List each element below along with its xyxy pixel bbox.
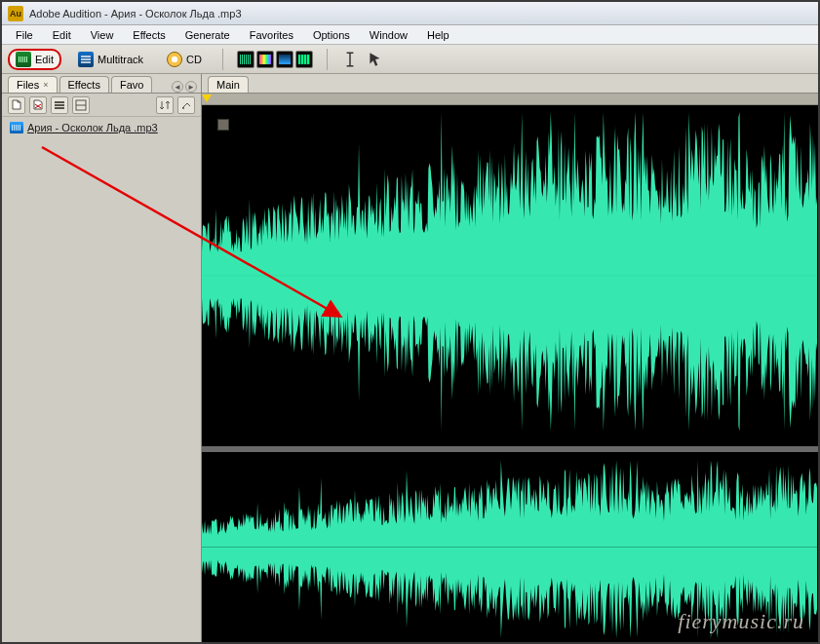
close-icon[interactable]: × bbox=[43, 80, 48, 90]
timeline-ruler[interactable] bbox=[202, 94, 818, 105]
multitrack-icon bbox=[78, 52, 94, 67]
window-title: Adobe Audition - Ария - Осколок Льда .mp… bbox=[29, 8, 242, 19]
menu-options[interactable]: Options bbox=[305, 27, 358, 43]
workspace: Files × Effects Favo ◄ ► bbox=[2, 74, 818, 642]
ibeam-tool-icon[interactable] bbox=[341, 51, 359, 68]
close-file-icon[interactable] bbox=[29, 96, 47, 114]
mode-cd-button[interactable]: CD bbox=[160, 49, 209, 70]
files-toolbar bbox=[2, 94, 201, 117]
options-icon[interactable] bbox=[177, 96, 195, 114]
menu-view[interactable]: View bbox=[83, 27, 122, 43]
tab-scroll-left-icon[interactable]: ◄ bbox=[172, 81, 183, 93]
menu-bar: File Edit View Effects Generate Favorite… bbox=[2, 25, 818, 45]
tab-favorites[interactable]: Favo bbox=[111, 76, 152, 93]
tab-scroll-right-icon[interactable]: ► bbox=[185, 81, 197, 93]
tab-effects-label: Effects bbox=[68, 79, 100, 91]
edit-file-icon[interactable] bbox=[72, 96, 90, 114]
tab-effects[interactable]: Effects bbox=[59, 76, 109, 93]
menu-edit[interactable]: Edit bbox=[45, 27, 79, 43]
mode-toolbar: Edit Multitrack CD bbox=[2, 45, 818, 74]
app-window: Au Adobe Audition - Ария - Осколок Льда … bbox=[0, 0, 820, 644]
view-spectral-frequency-icon[interactable] bbox=[256, 51, 274, 68]
view-spectral-phase-icon[interactable] bbox=[295, 51, 313, 68]
file-list-item[interactable]: Ария - Осколок Льда .mp3 bbox=[8, 121, 195, 134]
waveform-channel-left[interactable] bbox=[202, 105, 818, 446]
file-list: Ария - Осколок Льда .mp3 bbox=[2, 117, 201, 642]
pointer-tool-icon[interactable] bbox=[367, 51, 384, 68]
title-bar: Au Adobe Audition - Ария - Осколок Льда … bbox=[2, 2, 818, 25]
tab-favorites-label: Favo bbox=[120, 79, 143, 91]
mode-edit-button[interactable]: Edit bbox=[8, 49, 61, 70]
tab-main[interactable]: Main bbox=[208, 76, 249, 93]
waveform-display[interactable]: fierymusic.ru bbox=[202, 105, 818, 642]
view-waveform-icon[interactable] bbox=[237, 51, 254, 68]
tab-nav-arrows: ◄ ► bbox=[172, 81, 197, 93]
menu-file[interactable]: File bbox=[8, 27, 41, 43]
mode-edit-label: Edit bbox=[35, 54, 54, 65]
main-panel: Main fierymusic.ru bbox=[202, 74, 818, 642]
tab-files[interactable]: Files × bbox=[8, 76, 58, 93]
svg-rect-0 bbox=[55, 101, 64, 103]
toolbar-separator bbox=[222, 49, 223, 70]
channel-handle-icon[interactable] bbox=[217, 119, 229, 131]
view-icons-group bbox=[237, 51, 313, 68]
cd-icon bbox=[167, 52, 182, 67]
import-file-icon[interactable] bbox=[8, 96, 25, 114]
svg-point-4 bbox=[182, 107, 184, 109]
watermark-text: fierymusic.ru bbox=[678, 609, 804, 634]
left-panel: Files × Effects Favo ◄ ► bbox=[2, 74, 202, 642]
menu-window[interactable]: Window bbox=[362, 27, 415, 43]
menu-favorites[interactable]: Favorites bbox=[242, 27, 301, 43]
menu-effects[interactable]: Effects bbox=[125, 27, 173, 43]
svg-rect-2 bbox=[55, 107, 64, 109]
svg-rect-1 bbox=[55, 104, 64, 106]
mode-cd-label: CD bbox=[186, 54, 202, 65]
insert-multitrack-icon[interactable] bbox=[51, 96, 68, 114]
menu-generate[interactable]: Generate bbox=[177, 27, 238, 43]
mode-multitrack-button[interactable]: Multitrack bbox=[71, 49, 150, 70]
mode-multitrack-label: Multitrack bbox=[98, 54, 143, 65]
main-panel-tabs: Main bbox=[202, 74, 818, 94]
view-spectral-pan-icon[interactable] bbox=[276, 51, 293, 68]
cursor-tools bbox=[341, 51, 384, 68]
audio-file-icon bbox=[10, 122, 23, 133]
tab-main-label: Main bbox=[216, 79, 240, 91]
app-icon: Au bbox=[8, 6, 23, 21]
playhead-marker-icon[interactable] bbox=[202, 95, 212, 102]
file-name-label: Ария - Осколок Льда .mp3 bbox=[27, 122, 158, 133]
left-panel-tabs: Files × Effects Favo ◄ ► bbox=[2, 74, 201, 94]
tab-files-label: Files bbox=[17, 79, 39, 91]
waveform-icon bbox=[16, 52, 31, 67]
menu-help[interactable]: Help bbox=[419, 27, 457, 43]
sort-icon[interactable] bbox=[156, 96, 174, 114]
toolbar-separator bbox=[327, 49, 328, 70]
